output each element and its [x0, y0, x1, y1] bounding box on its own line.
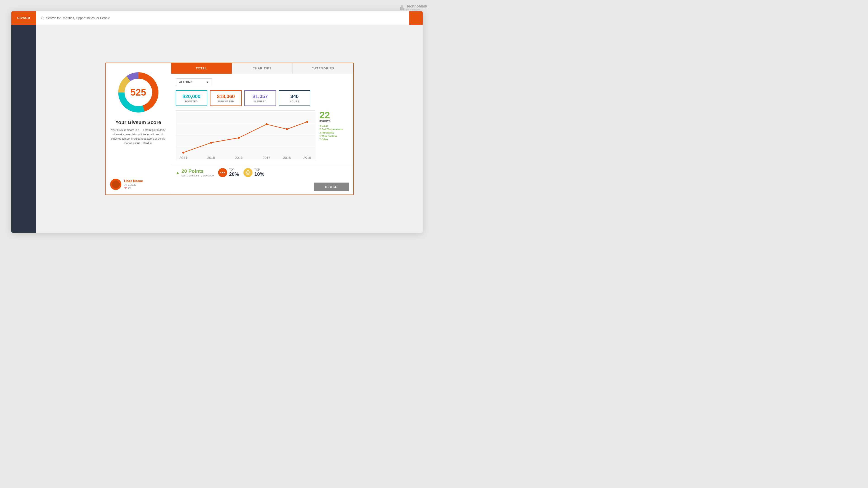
- purchased-amount: $18,060: [215, 94, 237, 99]
- hours-label: HOURS: [283, 100, 306, 103]
- user-likes: 24: [124, 186, 166, 190]
- events-label: EVENTS: [319, 120, 349, 123]
- technomark-logo-icon: [400, 5, 404, 10]
- bottom-bar: ▲ 20 Points Last Contribution 7 Days Ago: [171, 165, 353, 180]
- filter-label: ALL TIME: [179, 80, 193, 84]
- rotary-logo-badge: [245, 170, 251, 175]
- line-chart-svg: 2014 2015 2016 2017 2018 2019: [176, 111, 315, 160]
- hours-amount: 340: [283, 94, 306, 99]
- stat-box-purchased: $18,060 PURCHASED: [210, 90, 242, 106]
- badge2-top-label: TOP: [254, 168, 264, 171]
- score-description: Your Givsum Score is a ....Lorem ipsum d…: [110, 128, 166, 145]
- modal-body: 525 Your Givsum Score Your Givsum Score …: [105, 63, 353, 195]
- likes-icon: [124, 187, 127, 189]
- navbar-logo: GIVSUM: [11, 11, 36, 25]
- stats-row: $20,000 DONATED $18,060 PURCHASED $1,057…: [176, 90, 349, 106]
- chart-dot-2019: [306, 121, 308, 123]
- chart-dot-2016: [238, 137, 240, 139]
- badge2-text: TOP 10%: [254, 168, 264, 177]
- points-section: ▲ 20 Points Last Contribution 7 Days Ago: [176, 168, 214, 177]
- user-rank-value: 10/129: [128, 183, 136, 186]
- svg-point-3: [126, 184, 127, 185]
- svg-point-8: [247, 172, 249, 173]
- ranking-badge-1: TOP 20%: [218, 168, 239, 177]
- app-body: 525 Your Givsum Score Your Givsum Score …: [11, 25, 423, 233]
- search-icon: [41, 16, 44, 20]
- inspired-label: INSPIRED: [249, 100, 272, 103]
- navbar: GIVSUM: [11, 11, 423, 25]
- stat-box-hours: 340 HOURS: [279, 90, 310, 106]
- technomark-text: TechnoMark Let's Innovate: [406, 4, 427, 11]
- chart-dot-2014: [182, 152, 184, 154]
- technomark-name: TechnoMark: [406, 4, 427, 8]
- rank-icon: [124, 183, 127, 186]
- points-sub: Last Contribution 7 Days Ago: [182, 174, 214, 177]
- user-likes-value: 24: [128, 186, 131, 190]
- tab-total[interactable]: TOTAL: [171, 63, 232, 74]
- line-chart: 2014 2015 2016 2017 2018 2019: [176, 110, 315, 160]
- badge1-percent: 20%: [229, 171, 239, 177]
- points-info: 20 Points Last Contribution 7 Days Ago: [182, 168, 214, 177]
- donut-center-value: 525: [130, 87, 146, 98]
- event-item-golf: 2 Golf Tournaments: [319, 128, 349, 131]
- event-item-galas: 4 Galas: [319, 125, 349, 127]
- close-btn-row: CLOSE: [171, 180, 353, 195]
- points-value: 20 Points: [182, 168, 204, 174]
- close-button[interactable]: CLOSE: [314, 183, 349, 191]
- chart-label-2014: 2014: [180, 156, 187, 160]
- sidebar: [11, 25, 36, 233]
- user-avatar-inner: [112, 181, 120, 188]
- technomark-tagline: Let's Innovate: [406, 8, 427, 11]
- donated-amount: $20,000: [180, 94, 203, 99]
- events-panel: 22 EVENTS 4 Galas 2 Golf Tournaments 3 R…: [319, 110, 349, 160]
- badge1-text: TOP 20%: [229, 168, 239, 177]
- time-filter-dropdown[interactable]: ALL TIME ▾: [176, 78, 212, 86]
- chart-label-2017: 2017: [263, 156, 270, 160]
- stat-box-donated: $20,000 DONATED: [176, 90, 207, 106]
- right-panel: TOTAL CHARITIES CATEGORIES ALL TIME ▾: [171, 63, 353, 195]
- stat-box-inspired: $1,057 INSPIRED: [244, 90, 276, 106]
- event-item-other: 7 Other: [319, 138, 349, 141]
- user-avatar: [110, 179, 121, 190]
- bar2: [401, 5, 403, 10]
- technomark-brand: TechnoMark Let's Innovate: [400, 4, 427, 11]
- event-item-wine: 1 Wine Tasting: [319, 135, 349, 137]
- user-rank: 10/129: [124, 183, 166, 186]
- givsum-logo-badge: [220, 171, 225, 174]
- modal-card: 525 Your Givsum Score Your Givsum Score …: [105, 63, 354, 195]
- chart-dot-2018: [286, 128, 288, 130]
- rotary-badge-icon: [243, 168, 252, 177]
- chart-dot-2015: [210, 142, 212, 144]
- score-title: Your Givsum Score: [115, 120, 161, 125]
- tabs-bar: TOTAL CHARITIES CATEGORIES: [171, 63, 353, 74]
- givsum-badge-icon: [218, 168, 227, 177]
- chart-label-2019: 2019: [303, 156, 311, 160]
- event-item-runs: 3 Run/Walks: [319, 131, 349, 134]
- svg-line-1: [43, 19, 44, 20]
- filter-row: ALL TIME ▾: [176, 78, 349, 86]
- purchased-label: PURCHASED: [215, 100, 237, 103]
- donut-chart: 525: [116, 70, 161, 115]
- events-count: 22: [319, 110, 349, 120]
- user-name: User Name: [124, 179, 166, 183]
- navbar-search[interactable]: [36, 16, 409, 20]
- tab-charities[interactable]: CHARITIES: [232, 63, 293, 74]
- navbar-avatar[interactable]: [409, 11, 423, 25]
- svg-point-2: [125, 184, 126, 185]
- logo-text: GIVSUM: [17, 16, 30, 20]
- search-input[interactable]: [46, 16, 405, 20]
- donated-label: DONATED: [180, 100, 203, 103]
- tab-categories[interactable]: CATEGORIES: [293, 63, 353, 74]
- bar3: [403, 8, 404, 10]
- points-arrow-icon: ▲: [176, 170, 180, 175]
- chart-dot-2017: [266, 123, 268, 125]
- chart-label-2018: 2018: [283, 156, 291, 160]
- badge2-percent: 10%: [254, 171, 264, 177]
- chart-line: [183, 122, 307, 153]
- chart-label-2015: 2015: [207, 156, 215, 160]
- inspired-amount: $1,057: [249, 94, 272, 99]
- badge1-top-label: TOP: [229, 168, 239, 171]
- main-content: 525 Your Givsum Score Your Givsum Score …: [36, 25, 423, 233]
- ranking-badge-2: TOP 10%: [243, 168, 264, 177]
- chart-label-2016: 2016: [235, 156, 243, 160]
